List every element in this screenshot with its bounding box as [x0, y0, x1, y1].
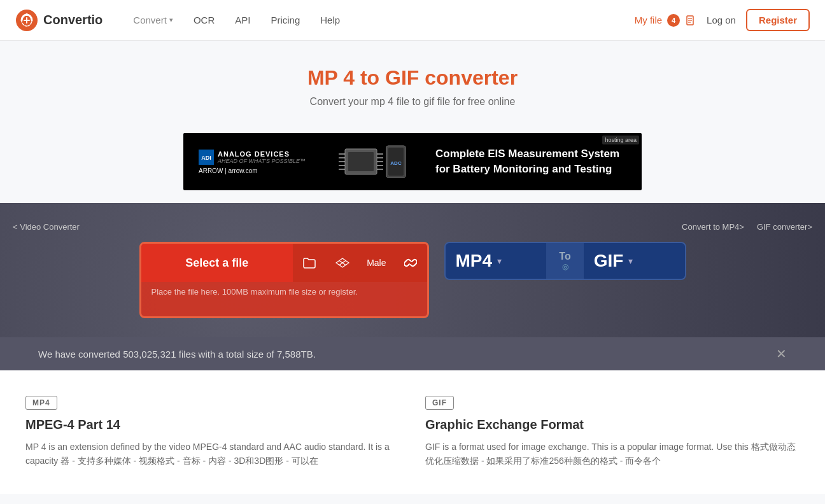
header-right: My file 4 Log on Register: [635, 9, 810, 31]
format-dest-selector[interactable]: GIF ▾: [584, 243, 685, 279]
nav-help[interactable]: Help: [310, 0, 350, 41]
ad-headline: Complete EIS Measurement System for Batt…: [435, 146, 626, 177]
to-label-area: To ◎: [546, 251, 583, 271]
loading-indicator: ◎: [562, 262, 568, 271]
info-col-left: MP4 MPEG-4 Part 14 MP 4 is an extension …: [25, 396, 400, 468]
gif-desc: GIF is a format used for image exchange.…: [425, 440, 800, 468]
notification-text: We have converted 503,025,321 files with…: [38, 349, 316, 360]
link-icon: [404, 256, 417, 269]
dest-format-chevron: ▾: [628, 256, 633, 266]
my-file-link[interactable]: My file 4: [635, 14, 696, 27]
format-selector: MP4 ▾ To ◎ GIF ▾: [444, 242, 686, 280]
main-nav: Convert ▾ OCR API Pricing Help: [123, 0, 634, 41]
male-label: Male: [359, 258, 393, 268]
upload-hint: Place the file here. 100MB maximum file …: [141, 282, 427, 304]
nav-api[interactable]: API: [225, 0, 260, 41]
breadcrumb-video-converter[interactable]: < Video Converter: [13, 222, 80, 232]
to-label: To: [551, 251, 578, 262]
mp4-desc: MP 4 is an extension defined by the vide…: [25, 440, 400, 468]
dropbox-icon: [335, 256, 349, 270]
nav-convert[interactable]: Convert ▾: [123, 0, 183, 41]
analog-devices-logo: ADI: [199, 150, 214, 165]
info-section: MP4 MPEG-4 Part 14 MP 4 is an extension …: [0, 370, 825, 494]
folder-icon: [302, 256, 316, 270]
link-button[interactable]: [394, 244, 427, 282]
upload-area: Select a file Male: [139, 242, 429, 318]
svg-text:ADI: ADI: [201, 155, 211, 161]
logo-icon: [15, 9, 38, 32]
ad-logo-section: ADI ANALOG DEVICES AHEAD OF WHAT'S POSSI…: [199, 150, 306, 174]
my-file-label: My file: [635, 15, 662, 25]
svg-text:ADC: ADC: [390, 160, 402, 166]
ad-arrow-label: ARROW | arrow.com: [199, 167, 306, 174]
ad-brand: ANALOG DEVICES: [218, 150, 306, 158]
convert-chevron: ▾: [169, 16, 173, 24]
breadcrumb-bar: < Video Converter Convert to MP4> GIF co…: [0, 222, 825, 242]
mp4-name: MPEG-4 Part 14: [25, 417, 400, 432]
dest-format-label: GIF: [594, 251, 624, 271]
converter-section: < Video Converter Convert to MP4> GIF co…: [0, 203, 825, 370]
gif-name: Graphic Exchange Format: [425, 417, 800, 432]
nav-ocr[interactable]: OCR: [183, 0, 225, 41]
mp4-badge: MP4: [25, 396, 57, 410]
ad-banner[interactable]: ADI ANALOG DEVICES AHEAD OF WHAT'S POSSI…: [183, 133, 642, 190]
notification-bar: We have converted 503,025,321 files with…: [0, 337, 825, 370]
ad-container: ADI ANALOG DEVICES AHEAD OF WHAT'S POSSI…: [0, 120, 825, 203]
logo-area[interactable]: Convertio: [15, 9, 102, 32]
dropbox-button[interactable]: [326, 244, 359, 282]
login-button[interactable]: Log on: [707, 15, 736, 25]
breadcrumb-right: Convert to MP4> GIF converter>: [682, 222, 812, 232]
folder-upload-button[interactable]: [293, 244, 326, 282]
upload-icons: Male: [293, 244, 427, 282]
page-subtitle: Convert your mp 4 file to gif file for f…: [13, 96, 812, 108]
select-file-button[interactable]: Select a file: [141, 244, 293, 282]
from-format-chevron: ▾: [497, 256, 502, 266]
my-file-icon: [685, 15, 696, 26]
register-button[interactable]: Register: [746, 9, 810, 31]
ad-chip-image: ADC: [320, 139, 421, 184]
breadcrumb-gif-converter[interactable]: GIF converter>: [757, 222, 812, 232]
from-format-label: MP4: [456, 251, 493, 271]
chip-svg: ADC: [326, 143, 415, 181]
notification-close-button[interactable]: ✕: [776, 346, 787, 361]
info-col-right: GIF Graphic Exchange Format GIF is a for…: [425, 396, 800, 468]
header: Convertio Convert ▾ OCR API Pricing Help…: [0, 0, 825, 41]
format-from-selector[interactable]: MP4 ▾: [446, 243, 547, 279]
breadcrumb-convert-mp4[interactable]: Convert to MP4>: [682, 222, 744, 232]
gif-badge: GIF: [425, 396, 454, 410]
ad-tagline: AHEAD OF WHAT'S POSSIBLE™: [218, 158, 306, 164]
logo-text: Convertio: [43, 13, 102, 27]
page-title: MP 4 to GIF converter: [13, 66, 812, 90]
upload-top: Select a file Male: [141, 244, 427, 282]
hero-section: MP 4 to GIF converter Convert your mp 4 …: [0, 41, 825, 120]
converter-main: Select a file Male: [0, 242, 825, 337]
ad-label: hosting area: [602, 136, 639, 144]
my-file-count: 4: [667, 14, 680, 27]
nav-pricing[interactable]: Pricing: [260, 0, 310, 41]
svg-point-1: [25, 13, 28, 16]
svg-rect-9: [348, 152, 374, 171]
